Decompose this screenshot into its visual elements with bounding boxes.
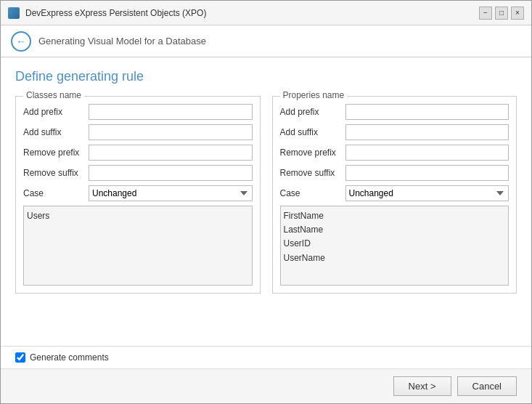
minimize-button[interactable]: − bbox=[479, 7, 492, 20]
maximize-button[interactable]: □ bbox=[495, 7, 508, 20]
title-bar-left: DevExpress eXpress Persistent Objects (X… bbox=[8, 7, 206, 19]
props-add-prefix-row: Add prefix bbox=[280, 104, 510, 120]
close-button[interactable]: × bbox=[511, 7, 524, 20]
classes-remove-suffix-row: Remove suffix bbox=[23, 165, 253, 181]
props-add-suffix-row: Add suffix bbox=[280, 124, 510, 140]
props-remove-prefix-row: Remove prefix bbox=[280, 145, 510, 161]
generate-comments-label[interactable]: Generate comments bbox=[15, 352, 517, 363]
classes-remove-prefix-label: Remove prefix bbox=[23, 148, 89, 158]
classes-panel-legend: Classes name bbox=[23, 90, 84, 100]
classes-case-select[interactable]: Unchanged CamelCase PascalCase lowercase… bbox=[89, 185, 253, 201]
classes-remove-prefix-input[interactable] bbox=[89, 145, 253, 161]
props-remove-suffix-input[interactable] bbox=[345, 165, 510, 181]
header-bar: ← Generating Visual Model for a Database bbox=[1, 25, 531, 57]
footer-area: Generate comments bbox=[1, 346, 531, 368]
classes-case-row: Case Unchanged CamelCase PascalCase lowe… bbox=[23, 185, 253, 201]
classes-add-suffix-row: Add suffix bbox=[23, 124, 253, 140]
content-area: Define generating rule Classes name Add … bbox=[1, 57, 531, 346]
props-case-label: Case bbox=[280, 188, 345, 198]
props-remove-suffix-label: Remove suffix bbox=[280, 168, 345, 178]
classes-add-prefix-input[interactable] bbox=[89, 104, 253, 120]
props-add-suffix-label: Add suffix bbox=[280, 127, 345, 137]
list-item: UserName bbox=[284, 251, 506, 265]
properties-panel: Properies name Add prefix Add suffix Rem… bbox=[272, 96, 517, 294]
props-case-select[interactable]: Unchanged CamelCase PascalCase lowercase… bbox=[345, 185, 510, 201]
classes-add-suffix-input[interactable] bbox=[89, 124, 253, 140]
panels-container: Classes name Add prefix Add suffix Remov… bbox=[15, 96, 517, 294]
app-icon bbox=[8, 7, 20, 19]
list-item: Users bbox=[27, 209, 249, 223]
classes-add-prefix-row: Add prefix bbox=[23, 104, 253, 120]
generate-comments-checkbox[interactable] bbox=[15, 352, 25, 363]
list-item: LastName bbox=[284, 223, 506, 237]
props-remove-prefix-input[interactable] bbox=[345, 145, 510, 161]
title-controls: − □ × bbox=[479, 7, 524, 20]
next-button[interactable]: Next > bbox=[393, 376, 451, 396]
window-title: DevExpress eXpress Persistent Objects (X… bbox=[25, 8, 206, 18]
properties-listbox[interactable]: FirstName LastName UserID UserName bbox=[280, 206, 510, 286]
cancel-button[interactable]: Cancel bbox=[457, 376, 517, 396]
props-add-suffix-input[interactable] bbox=[345, 124, 510, 140]
classes-panel: Classes name Add prefix Add suffix Remov… bbox=[15, 96, 261, 294]
props-case-row: Case Unchanged CamelCase PascalCase lowe… bbox=[280, 185, 510, 201]
title-bar: DevExpress eXpress Persistent Objects (X… bbox=[1, 1, 531, 25]
classes-add-suffix-label: Add suffix bbox=[23, 127, 89, 137]
list-item: FirstName bbox=[284, 209, 506, 223]
classes-remove-suffix-input[interactable] bbox=[89, 165, 253, 181]
main-window: DevExpress eXpress Persistent Objects (X… bbox=[0, 0, 532, 404]
classes-remove-suffix-label: Remove suffix bbox=[23, 168, 89, 178]
generate-comments-text: Generate comments bbox=[30, 352, 109, 363]
props-add-prefix-label: Add prefix bbox=[280, 107, 345, 117]
back-button[interactable]: ← bbox=[11, 31, 31, 52]
classes-add-prefix-label: Add prefix bbox=[23, 107, 89, 117]
header-subtitle: Generating Visual Model for a Database bbox=[38, 36, 206, 47]
properties-panel-legend: Properies name bbox=[280, 90, 348, 100]
classes-case-label: Case bbox=[23, 188, 89, 198]
props-add-prefix-input[interactable] bbox=[345, 104, 510, 120]
props-remove-prefix-label: Remove prefix bbox=[280, 148, 345, 158]
classes-remove-prefix-row: Remove prefix bbox=[23, 145, 253, 161]
page-title: Define generating rule bbox=[15, 69, 517, 84]
bottom-bar: Next > Cancel bbox=[1, 368, 531, 403]
list-item: UserID bbox=[284, 237, 506, 251]
classes-listbox[interactable]: Users bbox=[23, 206, 253, 286]
props-remove-suffix-row: Remove suffix bbox=[280, 165, 510, 181]
